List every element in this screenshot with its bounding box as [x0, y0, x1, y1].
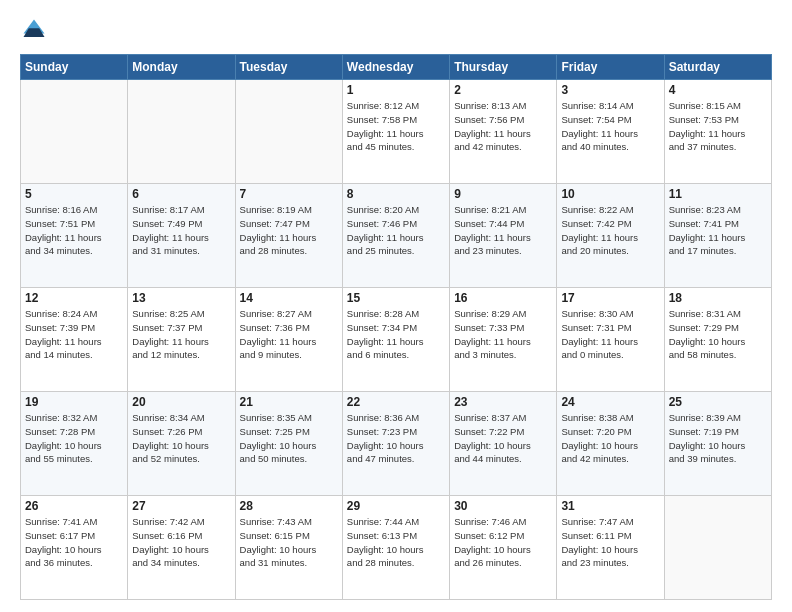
calendar-cell-4-1: 19Sunrise: 8:32 AMSunset: 7:28 PMDayligh… — [21, 392, 128, 496]
day-info: Sunrise: 8:19 AMSunset: 7:47 PMDaylight:… — [240, 203, 338, 258]
day-info: Sunrise: 8:25 AMSunset: 7:37 PMDaylight:… — [132, 307, 230, 362]
calendar-cell-2-3: 7Sunrise: 8:19 AMSunset: 7:47 PMDaylight… — [235, 184, 342, 288]
day-number: 8 — [347, 187, 445, 201]
day-number: 10 — [561, 187, 659, 201]
weekday-header-tuesday: Tuesday — [235, 55, 342, 80]
day-info: Sunrise: 8:32 AMSunset: 7:28 PMDaylight:… — [25, 411, 123, 466]
logo-icon — [20, 16, 48, 44]
day-number: 18 — [669, 291, 767, 305]
logo — [20, 16, 52, 44]
day-number: 24 — [561, 395, 659, 409]
calendar-cell-1-6: 3Sunrise: 8:14 AMSunset: 7:54 PMDaylight… — [557, 80, 664, 184]
day-number: 17 — [561, 291, 659, 305]
calendar-cell-1-5: 2Sunrise: 8:13 AMSunset: 7:56 PMDaylight… — [450, 80, 557, 184]
day-info: Sunrise: 8:12 AMSunset: 7:58 PMDaylight:… — [347, 99, 445, 154]
day-info: Sunrise: 8:24 AMSunset: 7:39 PMDaylight:… — [25, 307, 123, 362]
day-number: 13 — [132, 291, 230, 305]
day-number: 21 — [240, 395, 338, 409]
calendar-cell-5-2: 27Sunrise: 7:42 AMSunset: 6:16 PMDayligh… — [128, 496, 235, 600]
day-number: 29 — [347, 499, 445, 513]
calendar-cell-4-3: 21Sunrise: 8:35 AMSunset: 7:25 PMDayligh… — [235, 392, 342, 496]
day-number: 19 — [25, 395, 123, 409]
calendar-cell-3-7: 18Sunrise: 8:31 AMSunset: 7:29 PMDayligh… — [664, 288, 771, 392]
calendar-cell-3-4: 15Sunrise: 8:28 AMSunset: 7:34 PMDayligh… — [342, 288, 449, 392]
day-info: Sunrise: 8:15 AMSunset: 7:53 PMDaylight:… — [669, 99, 767, 154]
calendar-cell-5-7 — [664, 496, 771, 600]
day-info: Sunrise: 8:21 AMSunset: 7:44 PMDaylight:… — [454, 203, 552, 258]
day-info: Sunrise: 7:47 AMSunset: 6:11 PMDaylight:… — [561, 515, 659, 570]
weekday-header-monday: Monday — [128, 55, 235, 80]
page: SundayMondayTuesdayWednesdayThursdayFrid… — [0, 0, 792, 612]
week-row-2: 5Sunrise: 8:16 AMSunset: 7:51 PMDaylight… — [21, 184, 772, 288]
day-number: 3 — [561, 83, 659, 97]
day-number: 25 — [669, 395, 767, 409]
day-info: Sunrise: 8:16 AMSunset: 7:51 PMDaylight:… — [25, 203, 123, 258]
day-number: 2 — [454, 83, 552, 97]
day-info: Sunrise: 8:22 AMSunset: 7:42 PMDaylight:… — [561, 203, 659, 258]
day-info: Sunrise: 8:28 AMSunset: 7:34 PMDaylight:… — [347, 307, 445, 362]
calendar-cell-3-3: 14Sunrise: 8:27 AMSunset: 7:36 PMDayligh… — [235, 288, 342, 392]
calendar-cell-2-1: 5Sunrise: 8:16 AMSunset: 7:51 PMDaylight… — [21, 184, 128, 288]
day-info: Sunrise: 8:20 AMSunset: 7:46 PMDaylight:… — [347, 203, 445, 258]
day-number: 22 — [347, 395, 445, 409]
week-row-1: 1Sunrise: 8:12 AMSunset: 7:58 PMDaylight… — [21, 80, 772, 184]
day-info: Sunrise: 8:35 AMSunset: 7:25 PMDaylight:… — [240, 411, 338, 466]
calendar-cell-3-6: 17Sunrise: 8:30 AMSunset: 7:31 PMDayligh… — [557, 288, 664, 392]
day-number: 5 — [25, 187, 123, 201]
day-info: Sunrise: 7:44 AMSunset: 6:13 PMDaylight:… — [347, 515, 445, 570]
day-number: 27 — [132, 499, 230, 513]
day-number: 9 — [454, 187, 552, 201]
calendar-cell-2-2: 6Sunrise: 8:17 AMSunset: 7:49 PMDaylight… — [128, 184, 235, 288]
day-number: 15 — [347, 291, 445, 305]
calendar-cell-5-1: 26Sunrise: 7:41 AMSunset: 6:17 PMDayligh… — [21, 496, 128, 600]
day-number: 4 — [669, 83, 767, 97]
day-number: 28 — [240, 499, 338, 513]
day-number: 6 — [132, 187, 230, 201]
day-number: 31 — [561, 499, 659, 513]
day-info: Sunrise: 8:27 AMSunset: 7:36 PMDaylight:… — [240, 307, 338, 362]
day-number: 30 — [454, 499, 552, 513]
day-info: Sunrise: 7:43 AMSunset: 6:15 PMDaylight:… — [240, 515, 338, 570]
calendar-cell-5-5: 30Sunrise: 7:46 AMSunset: 6:12 PMDayligh… — [450, 496, 557, 600]
day-number: 26 — [25, 499, 123, 513]
day-info: Sunrise: 8:13 AMSunset: 7:56 PMDaylight:… — [454, 99, 552, 154]
calendar-cell-2-4: 8Sunrise: 8:20 AMSunset: 7:46 PMDaylight… — [342, 184, 449, 288]
day-number: 11 — [669, 187, 767, 201]
day-info: Sunrise: 8:14 AMSunset: 7:54 PMDaylight:… — [561, 99, 659, 154]
calendar-cell-1-7: 4Sunrise: 8:15 AMSunset: 7:53 PMDaylight… — [664, 80, 771, 184]
day-info: Sunrise: 8:38 AMSunset: 7:20 PMDaylight:… — [561, 411, 659, 466]
week-row-3: 12Sunrise: 8:24 AMSunset: 7:39 PMDayligh… — [21, 288, 772, 392]
calendar-cell-1-3 — [235, 80, 342, 184]
weekday-header-sunday: Sunday — [21, 55, 128, 80]
day-number: 16 — [454, 291, 552, 305]
week-row-5: 26Sunrise: 7:41 AMSunset: 6:17 PMDayligh… — [21, 496, 772, 600]
day-info: Sunrise: 7:46 AMSunset: 6:12 PMDaylight:… — [454, 515, 552, 570]
calendar-cell-1-2 — [128, 80, 235, 184]
calendar-cell-3-1: 12Sunrise: 8:24 AMSunset: 7:39 PMDayligh… — [21, 288, 128, 392]
day-info: Sunrise: 8:36 AMSunset: 7:23 PMDaylight:… — [347, 411, 445, 466]
calendar-cell-4-6: 24Sunrise: 8:38 AMSunset: 7:20 PMDayligh… — [557, 392, 664, 496]
week-row-4: 19Sunrise: 8:32 AMSunset: 7:28 PMDayligh… — [21, 392, 772, 496]
day-info: Sunrise: 8:31 AMSunset: 7:29 PMDaylight:… — [669, 307, 767, 362]
day-info: Sunrise: 8:29 AMSunset: 7:33 PMDaylight:… — [454, 307, 552, 362]
day-info: Sunrise: 7:41 AMSunset: 6:17 PMDaylight:… — [25, 515, 123, 570]
day-number: 12 — [25, 291, 123, 305]
calendar-cell-2-5: 9Sunrise: 8:21 AMSunset: 7:44 PMDaylight… — [450, 184, 557, 288]
calendar-cell-4-5: 23Sunrise: 8:37 AMSunset: 7:22 PMDayligh… — [450, 392, 557, 496]
weekday-header-wednesday: Wednesday — [342, 55, 449, 80]
calendar-cell-1-4: 1Sunrise: 8:12 AMSunset: 7:58 PMDaylight… — [342, 80, 449, 184]
day-number: 23 — [454, 395, 552, 409]
day-info: Sunrise: 7:42 AMSunset: 6:16 PMDaylight:… — [132, 515, 230, 570]
day-info: Sunrise: 8:34 AMSunset: 7:26 PMDaylight:… — [132, 411, 230, 466]
weekday-header-row: SundayMondayTuesdayWednesdayThursdayFrid… — [21, 55, 772, 80]
weekday-header-saturday: Saturday — [664, 55, 771, 80]
day-info: Sunrise: 8:37 AMSunset: 7:22 PMDaylight:… — [454, 411, 552, 466]
day-info: Sunrise: 8:39 AMSunset: 7:19 PMDaylight:… — [669, 411, 767, 466]
calendar-cell-5-4: 29Sunrise: 7:44 AMSunset: 6:13 PMDayligh… — [342, 496, 449, 600]
calendar-cell-2-6: 10Sunrise: 8:22 AMSunset: 7:42 PMDayligh… — [557, 184, 664, 288]
day-number: 14 — [240, 291, 338, 305]
day-info: Sunrise: 8:23 AMSunset: 7:41 PMDaylight:… — [669, 203, 767, 258]
calendar-cell-4-2: 20Sunrise: 8:34 AMSunset: 7:26 PMDayligh… — [128, 392, 235, 496]
day-number: 20 — [132, 395, 230, 409]
calendar-cell-4-7: 25Sunrise: 8:39 AMSunset: 7:19 PMDayligh… — [664, 392, 771, 496]
